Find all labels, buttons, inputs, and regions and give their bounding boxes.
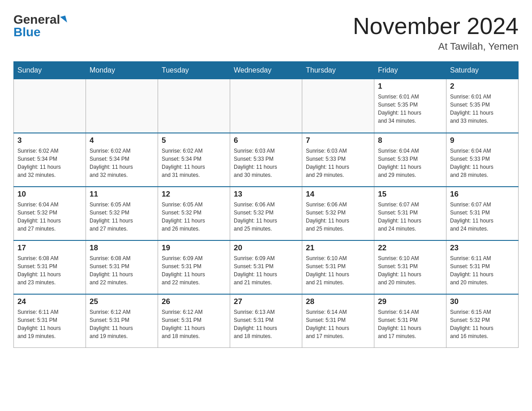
day-number: 1: [378, 82, 442, 91]
day-number: 30: [450, 297, 515, 306]
calendar-cell: 23Sunrise: 6:11 AMSunset: 5:31 PMDayligh…: [446, 240, 519, 294]
calendar-header-row: SundayMondayTuesdayWednesdayThursdayFrid…: [14, 62, 519, 79]
calendar-cell: 25Sunrise: 6:12 AMSunset: 5:31 PMDayligh…: [86, 294, 158, 348]
calendar-cell: 12Sunrise: 6:05 AMSunset: 5:32 PMDayligh…: [158, 187, 230, 240]
day-info: Sunrise: 6:07 AMSunset: 5:31 PMDaylight:…: [450, 201, 515, 233]
calendar-cell: 21Sunrise: 6:10 AMSunset: 5:31 PMDayligh…: [302, 240, 374, 294]
calendar-cell: 10Sunrise: 6:04 AMSunset: 5:32 PMDayligh…: [14, 187, 86, 240]
day-info: Sunrise: 6:10 AMSunset: 5:31 PMDaylight:…: [378, 254, 442, 287]
day-header-friday: Friday: [374, 62, 446, 79]
calendar-week-row: 10Sunrise: 6:04 AMSunset: 5:32 PMDayligh…: [14, 187, 519, 240]
title-section: November 2024 At Tawilah, Yemen: [353, 13, 519, 52]
day-info: Sunrise: 6:09 AMSunset: 5:31 PMDaylight:…: [234, 254, 298, 287]
day-number: 26: [162, 297, 226, 306]
calendar-cell: 29Sunrise: 6:14 AMSunset: 5:31 PMDayligh…: [374, 294, 446, 348]
calendar-cell: 3Sunrise: 6:02 AMSunset: 5:34 PMDaylight…: [14, 133, 86, 187]
day-number: 18: [90, 244, 154, 253]
calendar-cell: [230, 79, 302, 133]
day-header-wednesday: Wednesday: [230, 62, 302, 79]
calendar-cell: 15Sunrise: 6:07 AMSunset: 5:31 PMDayligh…: [374, 187, 446, 240]
day-number: 23: [450, 244, 515, 253]
calendar-week-row: 24Sunrise: 6:11 AMSunset: 5:31 PMDayligh…: [14, 294, 519, 348]
day-info: Sunrise: 6:12 AMSunset: 5:31 PMDaylight:…: [90, 308, 154, 340]
day-number: 13: [234, 190, 298, 199]
day-header-saturday: Saturday: [446, 62, 519, 79]
logo-arrow-icon: [60, 16, 67, 24]
calendar-cell: 7Sunrise: 6:03 AMSunset: 5:33 PMDaylight…: [302, 133, 374, 187]
day-info: Sunrise: 6:04 AMSunset: 5:32 PMDaylight:…: [17, 201, 82, 233]
day-info: Sunrise: 6:08 AMSunset: 5:31 PMDaylight:…: [90, 254, 154, 287]
day-info: Sunrise: 6:02 AMSunset: 5:34 PMDaylight:…: [17, 147, 82, 179]
day-number: 2: [450, 82, 515, 91]
calendar-cell: 26Sunrise: 6:12 AMSunset: 5:31 PMDayligh…: [158, 294, 230, 348]
day-header-sunday: Sunday: [14, 62, 86, 79]
calendar-cell: [158, 79, 230, 133]
day-info: Sunrise: 6:08 AMSunset: 5:31 PMDaylight:…: [17, 254, 82, 287]
day-header-tuesday: Tuesday: [158, 62, 230, 79]
calendar-cell: 9Sunrise: 6:04 AMSunset: 5:33 PMDaylight…: [446, 133, 519, 187]
day-number: 25: [90, 297, 154, 306]
day-info: Sunrise: 6:10 AMSunset: 5:31 PMDaylight:…: [306, 254, 370, 287]
calendar-cell: 4Sunrise: 6:02 AMSunset: 5:34 PMDaylight…: [86, 133, 158, 187]
calendar-cell: 5Sunrise: 6:02 AMSunset: 5:34 PMDaylight…: [158, 133, 230, 187]
day-info: Sunrise: 6:02 AMSunset: 5:34 PMDaylight:…: [162, 147, 226, 179]
day-number: 4: [90, 136, 154, 145]
page-header: General Blue November 2024 At Tawilah, Y…: [13, 13, 519, 52]
day-number: 11: [90, 190, 154, 199]
calendar-cell: 30Sunrise: 6:15 AMSunset: 5:32 PMDayligh…: [446, 294, 519, 348]
day-header-monday: Monday: [86, 62, 158, 79]
day-number: 7: [306, 136, 370, 145]
day-number: 24: [17, 297, 82, 306]
day-number: 5: [162, 136, 226, 145]
calendar-week-row: 17Sunrise: 6:08 AMSunset: 5:31 PMDayligh…: [14, 240, 519, 294]
calendar-week-row: 3Sunrise: 6:02 AMSunset: 5:34 PMDaylight…: [14, 133, 519, 187]
calendar-cell: 13Sunrise: 6:06 AMSunset: 5:32 PMDayligh…: [230, 187, 302, 240]
day-number: 29: [378, 297, 442, 306]
day-number: 28: [306, 297, 370, 306]
day-info: Sunrise: 6:01 AMSunset: 5:35 PMDaylight:…: [450, 93, 515, 125]
day-info: Sunrise: 6:04 AMSunset: 5:33 PMDaylight:…: [378, 147, 442, 179]
day-number: 12: [162, 190, 226, 199]
day-number: 9: [450, 136, 515, 145]
calendar-cell: 18Sunrise: 6:08 AMSunset: 5:31 PMDayligh…: [86, 240, 158, 294]
day-number: 8: [378, 136, 442, 145]
calendar-cell: 28Sunrise: 6:14 AMSunset: 5:31 PMDayligh…: [302, 294, 374, 348]
calendar-cell: 6Sunrise: 6:03 AMSunset: 5:33 PMDaylight…: [230, 133, 302, 187]
day-info: Sunrise: 6:11 AMSunset: 5:31 PMDaylight:…: [17, 308, 82, 340]
calendar-cell: 24Sunrise: 6:11 AMSunset: 5:31 PMDayligh…: [14, 294, 86, 348]
day-info: Sunrise: 6:09 AMSunset: 5:31 PMDaylight:…: [162, 254, 226, 287]
day-number: 27: [234, 297, 298, 306]
logo-blue-text: Blue: [13, 26, 41, 39]
calendar-cell: 11Sunrise: 6:05 AMSunset: 5:32 PMDayligh…: [86, 187, 158, 240]
day-info: Sunrise: 6:04 AMSunset: 5:33 PMDaylight:…: [450, 147, 515, 179]
month-title: November 2024: [353, 13, 519, 39]
day-number: 19: [162, 244, 226, 253]
calendar-cell: [302, 79, 374, 133]
day-info: Sunrise: 6:06 AMSunset: 5:32 PMDaylight:…: [234, 201, 298, 233]
day-number: 10: [17, 190, 82, 199]
day-info: Sunrise: 6:13 AMSunset: 5:31 PMDaylight:…: [234, 308, 298, 340]
calendar-cell: 17Sunrise: 6:08 AMSunset: 5:31 PMDayligh…: [14, 240, 86, 294]
logo-general-text: General: [13, 13, 60, 26]
day-info: Sunrise: 6:01 AMSunset: 5:35 PMDaylight:…: [378, 93, 442, 125]
calendar-week-row: 1Sunrise: 6:01 AMSunset: 5:35 PMDaylight…: [14, 79, 519, 133]
calendar-cell: 22Sunrise: 6:10 AMSunset: 5:31 PMDayligh…: [374, 240, 446, 294]
day-info: Sunrise: 6:06 AMSunset: 5:32 PMDaylight:…: [306, 201, 370, 233]
day-number: 14: [306, 190, 370, 199]
day-number: 6: [234, 136, 298, 145]
day-info: Sunrise: 6:11 AMSunset: 5:31 PMDaylight:…: [450, 254, 515, 287]
day-info: Sunrise: 6:14 AMSunset: 5:31 PMDaylight:…: [306, 308, 370, 340]
location-text: At Tawilah, Yemen: [353, 41, 519, 52]
calendar-cell: 27Sunrise: 6:13 AMSunset: 5:31 PMDayligh…: [230, 294, 302, 348]
day-number: 20: [234, 244, 298, 253]
calendar-cell: 1Sunrise: 6:01 AMSunset: 5:35 PMDaylight…: [374, 79, 446, 133]
calendar-cell: [86, 79, 158, 133]
day-info: Sunrise: 6:14 AMSunset: 5:31 PMDaylight:…: [378, 308, 442, 340]
day-info: Sunrise: 6:05 AMSunset: 5:32 PMDaylight:…: [90, 201, 154, 233]
calendar-cell: 14Sunrise: 6:06 AMSunset: 5:32 PMDayligh…: [302, 187, 374, 240]
day-number: 15: [378, 190, 442, 199]
day-info: Sunrise: 6:02 AMSunset: 5:34 PMDaylight:…: [90, 147, 154, 179]
day-info: Sunrise: 6:05 AMSunset: 5:32 PMDaylight:…: [162, 201, 226, 233]
calendar-cell: [14, 79, 86, 133]
day-number: 16: [450, 190, 515, 199]
